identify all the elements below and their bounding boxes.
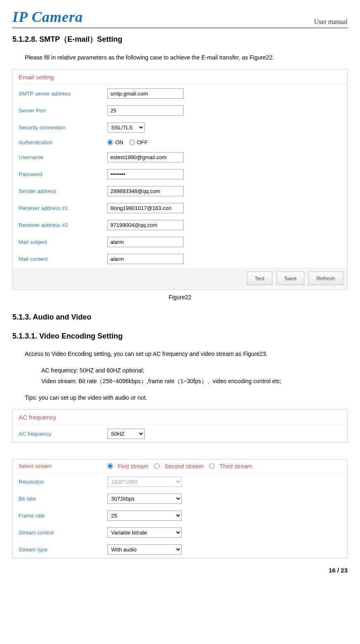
second-stream-label: Second stream <box>165 463 203 470</box>
audio-video-title: 5.1.3. Audio and Video <box>12 313 348 322</box>
resolution-select: 1920*1080 <box>107 477 182 487</box>
server-port-row: Server Port <box>13 102 347 119</box>
ac-panel-header: AC frequency <box>13 410 347 425</box>
select-stream-title: Select stream <box>19 463 107 469</box>
auth-off-radio[interactable] <box>129 140 135 145</box>
ac-frequency-label: AC frequency <box>19 431 107 437</box>
content-row: Mail content <box>13 250 347 267</box>
page-header: IP Camera User manual <box>12 8 348 28</box>
auth-radio-group: ON OFF <box>107 139 152 145</box>
streamtype-select[interactable]: With audio <box>107 544 182 555</box>
subject-label: Mail subject <box>19 239 107 245</box>
ac-frequency-line: AC frequency: 50HZ and 60HZ optional; <box>41 365 348 376</box>
subject-input[interactable] <box>107 237 184 247</box>
smtp-server-label: SMTP server address <box>19 91 107 97</box>
save-button[interactable]: Save <box>277 272 305 285</box>
password-label: Password <box>19 171 107 177</box>
auth-off-label: OFF <box>137 139 148 145</box>
server-port-input[interactable] <box>107 105 184 116</box>
sender-input[interactable] <box>107 186 184 196</box>
receiver2-row: Receiver address #2 <box>13 217 347 234</box>
tips-line: Tips: you can set up the video with audi… <box>25 393 348 403</box>
security-label: Security connection <box>19 124 107 131</box>
figure22-caption: Figure22 <box>12 294 348 301</box>
email-button-bar: Test Save Refresh <box>13 267 347 289</box>
auth-row: Authentication ON OFF <box>13 136 347 149</box>
third-stream-label: Third stream <box>219 463 252 470</box>
security-row: Security connection SSL/TLS <box>13 119 347 136</box>
streamcontrol-select[interactable]: Variable bitrate <box>107 527 182 538</box>
receiver2-input[interactable] <box>107 220 184 230</box>
subject-row: Mail subject <box>13 234 347 250</box>
receiver2-label: Receiver address #2 <box>19 222 107 228</box>
smtp-intro: Please fill in relative parameters as th… <box>25 52 348 63</box>
username-row: Username <box>13 149 347 166</box>
password-row: Password <box>13 166 347 183</box>
resolution-row: Resolution 1920*1080 <box>13 473 347 490</box>
sender-label: Sender address <box>19 188 107 194</box>
content-label: Mail content <box>19 256 107 262</box>
third-stream-radio[interactable] <box>209 463 215 469</box>
test-button[interactable]: Test <box>247 272 272 285</box>
ac-frequency-panel: AC frequency AC frequency 50HZ <box>12 409 348 443</box>
content-input[interactable] <box>107 254 184 264</box>
second-stream-radio[interactable] <box>154 463 160 469</box>
stream-radio-group: First stream Second stream Third stream <box>107 463 256 470</box>
page-number: 16 / 23 <box>12 567 348 574</box>
auth-on-label: ON <box>115 139 124 145</box>
auth-label: Authentication <box>19 139 107 145</box>
username-label: Username <box>19 154 107 160</box>
email-panel-header: Email setting <box>13 69 347 85</box>
smtp-server-input[interactable] <box>107 88 184 99</box>
select-stream-header-row: Select stream First stream Second stream… <box>13 460 347 473</box>
bitrate-row: Bit rate 3072kbps <box>13 490 347 507</box>
video-intro: Access to Video Encoding setting, you ca… <box>25 349 348 359</box>
logo: IP Camera <box>12 8 83 26</box>
email-setting-panel: Email setting SMTP server address Server… <box>12 69 348 290</box>
framerate-select[interactable]: 25 <box>107 510 182 521</box>
ac-frequency-row: AC frequency 50HZ <box>13 425 347 442</box>
select-stream-panel: Select stream First stream Second stream… <box>12 459 348 558</box>
bitrate-select[interactable]: 3072kbps <box>107 494 182 504</box>
video-stream-line: Video stream: Bit rate（256~4096kbps）,fra… <box>41 376 348 386</box>
header-subtitle: User manual <box>314 18 348 26</box>
streamtype-row: Stream type With audio <box>13 541 347 558</box>
receiver1-label: Receiver address #1 <box>19 205 107 211</box>
streamcontrol-row: Stream control Variable bitrate <box>13 524 347 541</box>
smtp-section-title: 5.1.2.8. SMTP（E-mail）Setting <box>12 34 348 44</box>
refresh-button[interactable]: Refresh <box>308 272 343 285</box>
framerate-label: Frame rate <box>19 513 107 519</box>
receiver1-input[interactable] <box>107 203 184 213</box>
password-input[interactable] <box>107 169 184 179</box>
first-stream-label: First stream <box>118 463 148 470</box>
username-input[interactable] <box>107 152 184 162</box>
framerate-row: Frame rate 25 <box>13 507 347 524</box>
streamcontrol-label: Stream control <box>19 530 107 536</box>
receiver1-row: Receiver address #1 <box>13 200 347 217</box>
server-port-label: Server Port <box>19 107 107 114</box>
auth-on-radio[interactable] <box>107 140 113 145</box>
sender-row: Sender address <box>13 183 347 200</box>
resolution-label: Resolution <box>19 479 107 485</box>
video-encoding-title: 5.1.3.1. Video Encoding Setting <box>12 332 348 341</box>
ac-frequency-select[interactable]: 50HZ <box>107 429 145 439</box>
first-stream-radio[interactable] <box>107 463 113 469</box>
smtp-server-row: SMTP server address <box>13 85 347 102</box>
security-select[interactable]: SSL/TLS <box>107 122 145 133</box>
streamtype-label: Stream type <box>19 546 107 553</box>
bitrate-label: Bit rate <box>19 496 107 502</box>
